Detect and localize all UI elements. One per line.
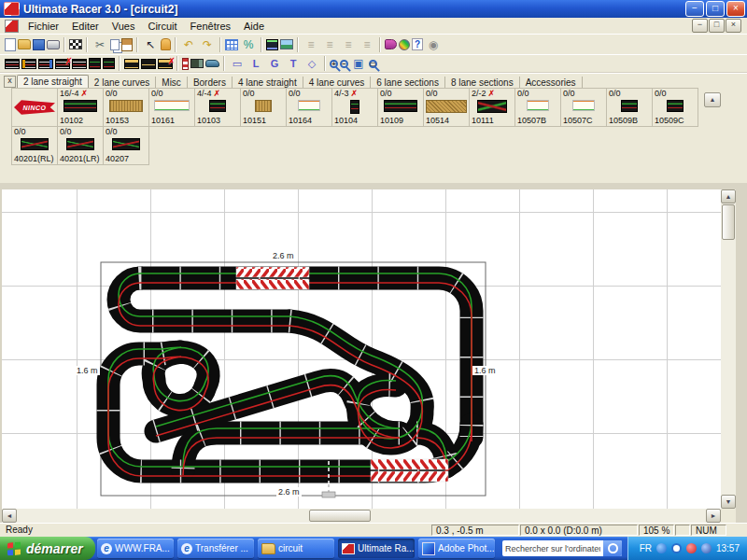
race-flag-icon[interactable]	[69, 39, 82, 49]
tray-messenger-icon[interactable]	[686, 543, 697, 553]
border-track-tool-icon[interactable]	[124, 59, 139, 69]
horizontal-scroll-thumb[interactable]	[309, 510, 371, 522]
copy-icon[interactable]	[110, 39, 120, 50]
scroll-right-arrow[interactable]: ►	[706, 509, 721, 523]
palette-scroll-up-button[interactable]: ▲	[704, 92, 721, 107]
taskbar-button-transferer[interactable]: eTransférer ...	[177, 539, 254, 558]
desktop-search-bar[interactable]	[502, 540, 622, 556]
snap-percent-icon[interactable]: %	[240, 36, 257, 52]
zoom-window-icon[interactable]: ▭	[369, 60, 377, 68]
align-left-icon[interactable]: ≡	[303, 36, 319, 52]
scroll-left-arrow[interactable]: ◄	[2, 509, 17, 523]
selection-handle[interactable]	[322, 492, 335, 497]
grid-icon[interactable]	[225, 39, 238, 50]
camera-tool-icon[interactable]	[190, 59, 204, 68]
menu-fenetres[interactable]: Fenêtres	[184, 20, 237, 33]
lane-track-tool-icon[interactable]	[141, 59, 156, 69]
straight-track-tool-icon[interactable]	[5, 59, 20, 69]
half-track-tool-icon[interactable]	[89, 58, 101, 69]
menu-fichier[interactable]: Fichier	[21, 20, 65, 33]
tray-navigation-icon[interactable]	[656, 543, 667, 553]
quarter-track-tool-icon[interactable]	[103, 58, 115, 69]
menu-vues[interactable]: Vues	[106, 20, 142, 33]
undo-icon[interactable]: ↶	[180, 36, 197, 52]
menu-editer[interactable]: Editer	[65, 20, 106, 33]
palette-item-10153[interactable]: 0/010153	[103, 88, 149, 127]
palette-item-10161[interactable]: 0/010161	[148, 88, 195, 127]
align-top-icon[interactable]: ≡	[340, 36, 357, 52]
palette-item-40201-rl[interactable]: 0/040201(RL)	[11, 126, 58, 165]
shape-rectangle-tool-icon[interactable]: ▭	[229, 56, 246, 72]
language-indicator[interactable]: FR	[640, 543, 652, 553]
start-button[interactable]: démarrer	[0, 537, 95, 560]
palette-item-10104[interactable]: 4/-3✗10104	[331, 88, 378, 127]
palette-close-button[interactable]: x	[4, 76, 16, 88]
palette-item-10103[interactable]: 4/-4✗10103	[194, 88, 241, 127]
car-tool-icon[interactable]	[205, 60, 219, 67]
vertical-scrollbar[interactable]: ▲ ▼	[721, 189, 736, 509]
close-button[interactable]: ×	[726, 1, 745, 17]
zoom-out-icon[interactable]: −	[340, 60, 348, 68]
shape-l-tool-icon[interactable]: L	[247, 56, 264, 72]
help-icon[interactable]: ?	[412, 38, 423, 50]
color-settings-icon[interactable]	[399, 39, 410, 50]
maximize-button[interactable]: □	[706, 1, 725, 17]
search-magnifier-icon[interactable]	[603, 540, 622, 556]
insert-track-tool-icon[interactable]	[21, 59, 36, 69]
palette-item-10151[interactable]: 0/010151	[240, 88, 287, 127]
taskbar-button-www-fra[interactable]: eWWW.FRA...	[97, 539, 174, 558]
palette-item-10102[interactable]: 16/-4✗10102	[57, 88, 104, 127]
shape-g-tool-icon[interactable]: G	[266, 56, 283, 72]
minimize-button[interactable]: −	[685, 1, 704, 17]
shape-polygon-tool-icon[interactable]: ◇	[303, 56, 320, 72]
palette-item-10509c[interactable]: 0/010509C	[652, 88, 698, 127]
vertical-scroll-thumb[interactable]	[722, 204, 735, 240]
save-icon[interactable]	[33, 39, 45, 50]
palette-item-10507c[interactable]: 0/010507C	[560, 88, 607, 127]
scroll-down-arrow[interactable]: ▼	[721, 495, 736, 509]
palette-item-40207[interactable]: 0/040207	[103, 126, 149, 165]
redo-icon[interactable]: ↷	[199, 36, 216, 52]
barrier-tool-icon[interactable]	[182, 58, 189, 70]
palette-item-10507b[interactable]: 0/010507B	[514, 88, 561, 127]
taskbar-button-circuit[interactable]: circuit	[258, 539, 334, 558]
palette-item-40201-lr[interactable]: 0/040201(LR)	[57, 126, 104, 165]
parts-book-icon[interactable]	[385, 39, 397, 49]
delete-track-tool-icon[interactable]	[55, 59, 70, 69]
menu-circuit[interactable]: Circuit	[141, 20, 183, 33]
image-view-icon[interactable]	[280, 39, 293, 49]
palette-item-10514[interactable]: 0/010514	[423, 88, 470, 127]
palette-item-10509b[interactable]: 0/010509B	[606, 88, 653, 127]
horizontal-scrollbar[interactable]: ◄ ►	[2, 509, 721, 523]
remove-border-tool-icon[interactable]	[158, 59, 173, 69]
about-icon[interactable]: ◉	[425, 36, 442, 52]
cut-icon[interactable]: ✂	[92, 36, 108, 52]
zoom-in-icon[interactable]: +	[330, 60, 338, 68]
new-file-icon[interactable]	[5, 38, 16, 51]
circuit-canvas[interactable]: 2.6 m 2.6 m 1.6 m 1.6 m	[2, 189, 721, 509]
print-icon[interactable]	[47, 40, 60, 49]
shape-t-tool-icon[interactable]: T	[285, 56, 302, 72]
search-input[interactable]	[502, 544, 603, 553]
taskbar-button-ultimate-ra[interactable]: Ultimate Ra...	[338, 539, 415, 558]
pan-hand-icon[interactable]	[161, 38, 171, 50]
paste-icon[interactable]	[121, 38, 133, 51]
list-view-icon[interactable]	[266, 39, 278, 50]
select-pointer-icon[interactable]: ↖	[142, 36, 159, 52]
align-right-icon[interactable]: ≡	[321, 36, 338, 52]
standard-track-tool-icon[interactable]	[72, 59, 87, 69]
child-restore-button[interactable]: □	[709, 19, 725, 33]
zoom-fit-icon[interactable]: ▣	[350, 56, 367, 72]
align-bottom-icon[interactable]: ≡	[359, 36, 375, 52]
scroll-up-arrow[interactable]: ▲	[721, 189, 736, 203]
palette-item-10164[interactable]: 0/010164	[286, 88, 332, 127]
tray-search-icon[interactable]	[671, 543, 682, 553]
palette-item-10109[interactable]: 0/010109	[377, 88, 424, 127]
open-file-icon[interactable]	[18, 39, 31, 49]
palette-item-10111[interactable]: 2/-2✗10111	[469, 88, 515, 127]
tray-clock-icon[interactable]	[701, 543, 712, 553]
palette-tab-2-lane-straight[interactable]: 2 lane straight	[17, 75, 89, 89]
child-close-button[interactable]: ×	[726, 19, 741, 33]
replace-track-tool-icon[interactable]	[38, 59, 53, 69]
taskbar-button-adobe-phot[interactable]: Adobe Phot...	[418, 539, 495, 558]
